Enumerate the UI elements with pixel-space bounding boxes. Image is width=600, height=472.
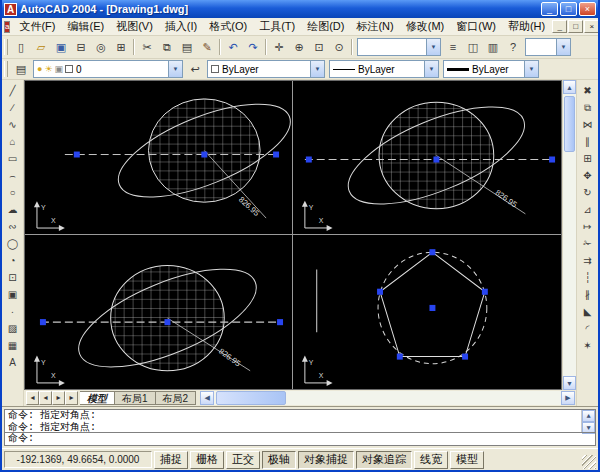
title-bar[interactable]: A AutoCAD 2004 - [Drawing1.dwg] _ □ × [2, 0, 598, 18]
tab-last-button[interactable]: ▸ [65, 391, 78, 405]
toolbar-button-tool-palettes[interactable]: ▥ [483, 38, 503, 57]
status-toggle-grid[interactable]: 栅格 [190, 451, 224, 469]
toolbar-button-plot-preview[interactable]: ◎ [91, 38, 111, 57]
layer-properties-button[interactable]: ▤ [11, 60, 31, 79]
toolbar-button-copy-clip[interactable]: ⧉ [157, 38, 177, 57]
menu-item-window[interactable]: 窗口(W) [450, 18, 502, 35]
viewport-top-right[interactable]: 826.95 Y X [293, 81, 561, 235]
grip[interactable] [377, 289, 383, 295]
draw-button-polyline[interactable]: ∿ [3, 116, 22, 133]
toolbar-button-pan[interactable]: ✛ [269, 38, 289, 57]
grip[interactable] [433, 156, 439, 162]
dropdown-icon[interactable]: ▼ [426, 39, 440, 55]
layer-select[interactable]: ● ☀ ▣ 0 ▼ [33, 60, 183, 78]
scroll-down-icon[interactable]: ▼ [563, 376, 576, 390]
scroll-left-icon[interactable]: ◀ [200, 391, 214, 405]
menu-item-dimension[interactable]: 标注(N) [350, 18, 399, 35]
toolbar-button-new[interactable]: ▯ [11, 38, 31, 57]
toolbar-button-zoom-window[interactable]: ⊡ [309, 38, 329, 57]
draw-button-region[interactable]: ▦ [3, 337, 22, 354]
grip[interactable] [429, 305, 435, 311]
status-toggle-model[interactable]: 模型 [450, 451, 484, 469]
toolbar-button-zoom-previous[interactable]: ⊙ [329, 38, 349, 57]
horizontal-scroll-track[interactable] [214, 391, 561, 405]
scroll-right-icon[interactable]: ▶ [561, 391, 575, 405]
minimize-button[interactable]: _ [541, 2, 558, 16]
workspace-combo[interactable]: ▼ [357, 38, 441, 56]
grip[interactable] [273, 152, 279, 158]
viewport-bottom-right[interactable]: Y X [293, 235, 561, 389]
menu-item-modify[interactable]: 修改(M) [400, 18, 451, 35]
tab-model[interactable]: 模型 [80, 391, 115, 405]
inscribed-polygon[interactable] [380, 252, 485, 356]
vertical-scroll-thumb[interactable] [564, 96, 575, 152]
modify-button-mirror[interactable]: ⋈ [578, 116, 597, 133]
layer-previous-button[interactable]: ↩ [185, 60, 205, 79]
dropdown-icon[interactable]: ▼ [524, 61, 538, 77]
grip[interactable] [74, 152, 80, 158]
maximize-button[interactable]: □ [560, 2, 577, 16]
scroll-up-icon[interactable]: ▲ [563, 80, 576, 94]
lineweight-select[interactable]: ByLayer ▼ [443, 60, 539, 78]
search-combo[interactable]: ▼ [525, 38, 571, 56]
draw-button-arc[interactable]: ⌢ [3, 167, 22, 184]
toolbar-button-publish[interactable]: ⊞ [111, 38, 131, 57]
linetype-select[interactable]: ByLayer ▼ [329, 60, 439, 78]
draw-button-insert-block[interactable]: ⊡ [3, 269, 22, 286]
menu-item-draw[interactable]: 绘图(D) [301, 18, 350, 35]
menu-item-tools[interactable]: 工具(T) [253, 18, 301, 35]
dropdown-icon[interactable]: ▼ [168, 61, 182, 77]
modify-button-trim[interactable]: ✁ [578, 235, 597, 252]
doc-restore-button[interactable]: □ [568, 20, 583, 33]
tab-prev-button[interactable]: ◂ [39, 391, 52, 405]
status-toggle-lwt[interactable]: 线宽 [414, 451, 448, 469]
command-scrollbar[interactable]: ▲ ▼ [581, 410, 595, 432]
grip[interactable] [482, 289, 488, 295]
draw-button-construction-line[interactable]: ∕ [3, 99, 22, 116]
toolbar-button-help[interactable]: ? [503, 38, 523, 57]
vertical-scrollbar[interactable]: ▲ ▼ [562, 80, 576, 390]
menu-item-insert[interactable]: 插入(I) [159, 18, 203, 35]
toolbar-button-cut[interactable]: ✂ [137, 38, 157, 57]
draw-button-revision-cloud[interactable]: ☁ [3, 201, 22, 218]
modify-button-array[interactable]: ⊞ [578, 150, 597, 167]
toolbar-button-match-properties[interactable]: ✎ [197, 38, 217, 57]
toolbar-button-open[interactable]: ▱ [31, 38, 51, 57]
toolbar-grip[interactable] [4, 61, 8, 77]
toolbar-button-plot[interactable]: ⊟ [71, 38, 91, 57]
toolbar-button-paste[interactable]: ▤ [177, 38, 197, 57]
modify-button-break[interactable]: ∦ [578, 286, 597, 303]
toolbar-button-save[interactable]: ▣ [51, 38, 71, 57]
doc-close-button[interactable]: × [584, 20, 599, 33]
modify-button-scale[interactable]: ⊿ [578, 201, 597, 218]
modify-button-offset[interactable]: ∥ [578, 133, 597, 150]
status-toggle-ortho[interactable]: 正交 [226, 451, 260, 469]
draw-button-make-block[interactable]: ▣ [3, 286, 22, 303]
status-toggle-polar[interactable]: 极轴 [262, 451, 296, 469]
draw-button-polygon[interactable]: ⌂ [3, 133, 22, 150]
modify-button-copy-object[interactable]: ⧉ [578, 99, 597, 116]
modify-button-rotate[interactable]: ↻ [578, 184, 597, 201]
tab-layout1[interactable]: 布局1 [115, 391, 156, 405]
tab-layout2[interactable]: 布局2 [156, 391, 197, 405]
draw-button-line[interactable]: ╱ [3, 82, 22, 99]
draw-button-spline[interactable]: ∾ [3, 218, 22, 235]
draw-button-rectangle[interactable]: ▭ [3, 150, 22, 167]
grip[interactable] [40, 319, 46, 325]
modify-button-fillet[interactable]: ◜ [578, 320, 597, 337]
draw-button-ellipse[interactable]: ◯ [3, 235, 22, 252]
doc-minimize-button[interactable]: _ [552, 20, 567, 33]
scroll-up-icon[interactable]: ▲ [582, 410, 595, 422]
draw-button-hatch[interactable]: ▨ [3, 320, 22, 337]
close-button[interactable]: × [579, 2, 596, 16]
status-toggle-otrack[interactable]: 对象追踪 [356, 451, 412, 469]
horizontal-scrollbar[interactable]: ◀ ▶ [200, 391, 575, 405]
grip[interactable] [549, 156, 555, 162]
status-toggle-osnap[interactable]: 对象捕捉 [298, 451, 354, 469]
toolbar-button-redo[interactable]: ↷ [243, 38, 263, 57]
resize-grip[interactable] [582, 455, 596, 469]
toolbar-grip[interactable] [4, 39, 8, 55]
vertical-scroll-track[interactable] [563, 94, 576, 376]
modify-button-explode[interactable]: ✶ [578, 337, 597, 354]
dropdown-icon[interactable]: ▼ [424, 61, 438, 77]
